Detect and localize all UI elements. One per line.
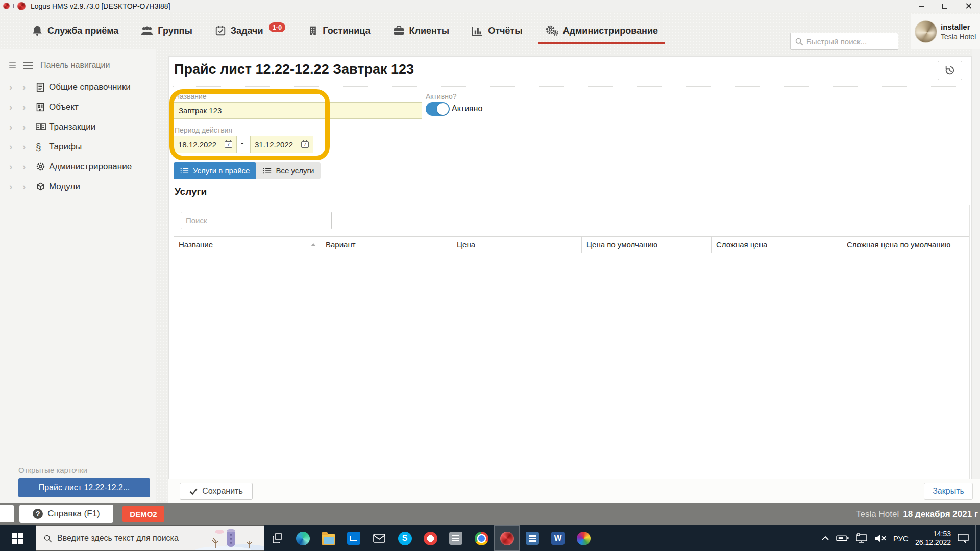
chrome-icon[interactable] <box>469 525 494 551</box>
document-icon <box>36 82 49 92</box>
volume-muted-icon[interactable] <box>874 534 887 543</box>
navigation-sidebar: Панель навигации ›› Общие справочники ››… <box>0 49 156 503</box>
column-header-complex-default-price[interactable]: Сложная цена по умолчанию <box>842 237 969 253</box>
close-button[interactable] <box>957 0 980 12</box>
demo-badge[interactable]: DEMO2 <box>122 506 164 522</box>
calculator-icon[interactable] <box>520 525 545 551</box>
expander-icon[interactable]: › <box>22 142 36 152</box>
expander-icon[interactable]: › <box>9 182 22 191</box>
language-indicator[interactable]: РУС <box>893 534 909 543</box>
tray-chevron-up-icon[interactable] <box>821 536 829 541</box>
briefcase-icon <box>393 26 405 36</box>
taskbar-search[interactable]: Введите здесь текст для поиска <box>36 525 264 551</box>
app-red-round-icon[interactable] <box>418 525 443 551</box>
services-tabs: Услуги в прайсе Все услуги <box>174 162 321 179</box>
period-from-input[interactable]: 18.12.2022 7 <box>174 136 237 153</box>
nav-hotel[interactable]: Гостиница <box>308 25 370 36</box>
column-header-name[interactable]: Название <box>174 237 321 253</box>
notes-app-icon[interactable] <box>443 525 469 551</box>
sidebar-item-administration[interactable]: ›› Администрирование <box>0 157 156 177</box>
name-field-label: Название <box>175 92 207 101</box>
nav-groups[interactable]: Группы <box>141 26 192 36</box>
nav-tasks[interactable]: Задачи 1·0 <box>215 25 286 36</box>
statusbar-stub-button[interactable] <box>0 505 14 522</box>
logus-hms-taskbar-icon[interactable] <box>494 525 520 551</box>
tab-all-services[interactable]: Все услуги <box>256 162 321 179</box>
app-colorful-icon[interactable] <box>571 525 596 551</box>
services-panel: Название Вариант Цена Цена по умолчанию … <box>174 205 970 479</box>
mail-icon[interactable] <box>366 525 392 551</box>
calendar-icon[interactable]: 7 <box>301 141 309 148</box>
list-icon <box>180 167 189 174</box>
expander-icon[interactable]: › <box>9 122 22 132</box>
minimize-button[interactable] <box>910 0 933 12</box>
expander-icon[interactable]: › <box>9 82 22 92</box>
building-icon <box>36 102 49 112</box>
expander-icon[interactable]: › <box>22 182 36 191</box>
expander-icon[interactable]: › <box>9 142 22 152</box>
nav-label: Администрирование <box>563 26 658 36</box>
users-icon <box>141 26 153 36</box>
column-header-variant[interactable]: Вариант <box>321 237 452 253</box>
save-button[interactable]: Сохранить <box>180 483 253 500</box>
store-icon[interactable] <box>341 525 366 551</box>
expander-icon[interactable]: › <box>22 102 36 112</box>
close-card-button[interactable]: Закрыть <box>924 483 973 500</box>
period-from-value: 18.12.2022 <box>178 140 216 149</box>
bar-chart-icon <box>472 26 483 36</box>
help-button[interactable]: Справка (F1) <box>19 505 113 523</box>
name-input[interactable] <box>174 102 422 119</box>
expander-icon[interactable]: › <box>22 122 36 132</box>
column-header-complex-price[interactable]: Сложная цена <box>712 237 842 253</box>
collapse-menu-icon[interactable] <box>9 62 16 68</box>
nav-label: Задачи <box>231 26 263 36</box>
nav-clients[interactable]: Клиенты <box>393 26 450 36</box>
word-icon[interactable] <box>545 525 571 551</box>
nav-administration[interactable]: Администрирование <box>545 24 658 37</box>
scrollbar[interactable] <box>972 49 980 503</box>
column-header-price[interactable]: Цена <box>452 237 582 253</box>
battery-icon[interactable] <box>836 535 849 542</box>
logus-logo-icon <box>17 2 26 10</box>
active-toggle[interactable] <box>426 102 450 116</box>
cash-register-icon <box>36 122 49 131</box>
services-search-input[interactable] <box>181 212 332 229</box>
sidebar-item-modules[interactable]: ›› Модули <box>0 177 156 196</box>
maximize-button[interactable] <box>933 0 957 12</box>
edge-icon[interactable] <box>290 525 315 551</box>
open-card-pricelist-button[interactable]: Прайс лист 12.22-12.2... <box>18 478 150 497</box>
avatar <box>915 21 937 42</box>
task-view-button[interactable] <box>264 525 290 551</box>
clock[interactable]: 14:53 26.12.2022 <box>915 530 951 547</box>
skype-icon[interactable] <box>392 525 418 551</box>
expander-icon[interactable]: › <box>9 102 22 112</box>
sidebar-item-tariffs[interactable]: ›› § Тарифы <box>0 137 156 157</box>
expander-icon[interactable]: › <box>22 162 36 171</box>
display-network-icon[interactable] <box>855 533 868 543</box>
check-icon <box>189 488 198 495</box>
quick-search-input[interactable] <box>806 37 894 46</box>
nav-reception[interactable]: Служба приёма <box>32 25 118 36</box>
nav-reports[interactable]: Отчёты <box>472 26 522 36</box>
file-explorer-icon[interactable] <box>315 525 341 551</box>
nav-label: Служба приёма <box>47 26 118 36</box>
expander-icon[interactable]: › <box>9 162 22 171</box>
pricelist-card: Прайс лист 12.22-12.22 Завтрак 123 Назва… <box>168 56 972 479</box>
user-org: Tesla Hotel <box>941 33 976 41</box>
calendar-icon[interactable]: 7 <box>225 141 232 148</box>
expander-icon[interactable]: › <box>22 82 36 92</box>
start-button[interactable] <box>0 525 36 551</box>
show-desktop-button[interactable] <box>975 525 979 551</box>
period-to-input[interactable]: 31.12.2022 7 <box>250 136 313 153</box>
history-button[interactable] <box>938 61 962 80</box>
sidebar-item-label: Транзакции <box>49 122 95 132</box>
user-panel[interactable]: installer Tesla Hotel <box>911 14 980 49</box>
sidebar-item-common-directories[interactable]: ›› Общие справочники <box>0 77 156 97</box>
notification-center-icon[interactable] <box>958 533 969 543</box>
tab-services-in-pricelist[interactable]: Услуги в прайсе <box>174 162 256 179</box>
sidebar-item-object[interactable]: ›› Объект <box>0 97 156 117</box>
sidebar-item-transactions[interactable]: ›› Транзакции <box>0 117 156 137</box>
card-footer: Сохранить Закрыть <box>168 479 980 503</box>
menu-icon[interactable] <box>23 62 33 69</box>
column-header-default-price[interactable]: Цена по умолчанию <box>582 237 712 253</box>
